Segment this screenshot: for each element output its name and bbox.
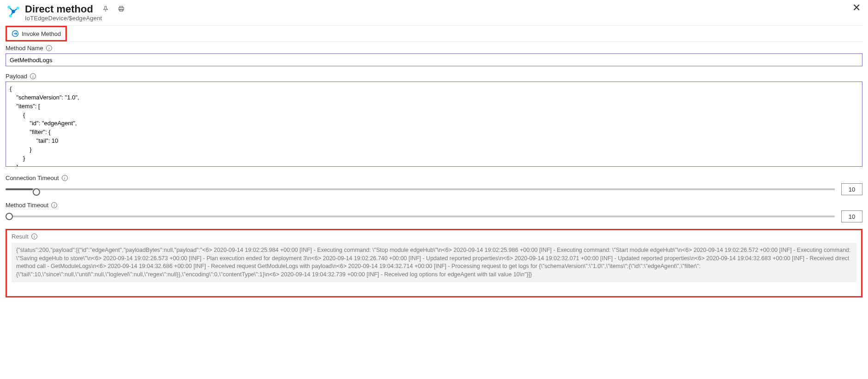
pin-icon[interactable] xyxy=(102,6,109,13)
command-bar: Invoke Method xyxy=(6,25,862,42)
svg-point-6 xyxy=(9,14,12,17)
info-icon[interactable]: i xyxy=(30,73,36,79)
info-icon[interactable]: i xyxy=(51,202,57,208)
info-icon[interactable]: i xyxy=(46,45,52,51)
payload-field: Payload i xyxy=(6,73,862,168)
method-name-field: Method Name i xyxy=(6,45,862,66)
invoke-method-label: Invoke Method xyxy=(22,30,61,37)
method-name-label: Method Name xyxy=(6,45,43,52)
connection-timeout-field: Connection Timeout i 10 xyxy=(6,175,862,195)
breadcrumb: IoTEdgeDevice/$edgeAgent xyxy=(25,15,124,22)
method-name-input[interactable] xyxy=(6,53,862,66)
method-timeout-field: Method Timeout i 10 xyxy=(6,202,862,222)
connection-timeout-slider[interactable] xyxy=(6,188,835,190)
result-output: {"status":200,"payload":[{"id":"edgeAgen… xyxy=(12,243,856,282)
close-button[interactable]: ✕ xyxy=(850,3,862,13)
result-label: Result xyxy=(12,233,29,240)
page-title: Direct method xyxy=(25,3,93,16)
invoke-method-button[interactable]: Invoke Method xyxy=(6,26,67,41)
connection-timeout-label: Connection Timeout xyxy=(6,175,59,181)
info-icon[interactable]: i xyxy=(31,233,37,239)
method-timeout-label: Method Timeout xyxy=(6,202,48,209)
payload-input[interactable] xyxy=(6,82,862,167)
svg-point-5 xyxy=(16,6,19,9)
connection-timeout-value: 10 xyxy=(841,183,862,195)
info-icon[interactable]: i xyxy=(62,175,68,181)
svg-point-3 xyxy=(12,10,15,13)
svg-point-4 xyxy=(7,6,10,8)
direct-method-icon xyxy=(6,4,21,19)
print-icon[interactable] xyxy=(118,6,124,13)
method-timeout-value: 10 xyxy=(841,210,862,222)
invoke-icon xyxy=(12,30,19,37)
payload-label: Payload xyxy=(6,73,27,80)
page-header: Direct method IoTEdgeDevice/$edgeAgent xyxy=(6,3,862,22)
result-section: Result i {"status":200,"payload":[{"id":… xyxy=(6,229,862,297)
method-timeout-slider[interactable] xyxy=(6,216,835,217)
